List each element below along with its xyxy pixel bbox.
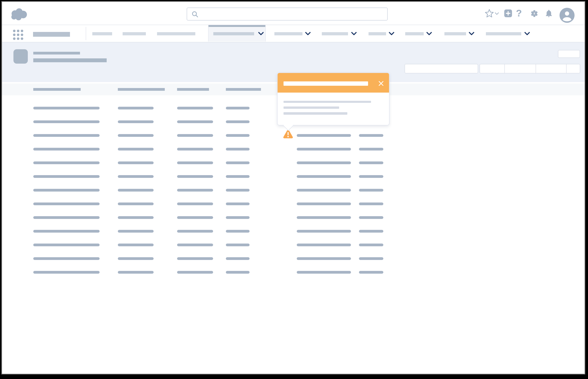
popover-text-placeholder <box>284 107 339 109</box>
cell-placeholder <box>33 203 100 205</box>
cell-placeholder <box>118 216 154 219</box>
cell-placeholder <box>177 216 213 219</box>
table-row[interactable] <box>23 129 397 142</box>
cell-placeholder <box>297 271 351 274</box>
cell-placeholder <box>297 216 351 219</box>
cell-placeholder <box>359 189 383 191</box>
cell-placeholder <box>226 189 250 191</box>
cell-placeholder <box>177 120 213 123</box>
table-row[interactable] <box>23 197 397 211</box>
cell-placeholder <box>33 175 100 178</box>
cell-placeholder <box>359 230 383 233</box>
cell-placeholder <box>297 134 351 137</box>
cell-placeholder <box>118 107 154 110</box>
cell-placeholder <box>297 175 351 178</box>
cell-placeholder <box>33 271 100 274</box>
table-row[interactable] <box>23 224 397 238</box>
cell-placeholder <box>297 230 351 233</box>
cell-placeholder <box>177 175 213 178</box>
table-body <box>1 1 585 374</box>
cell-placeholder <box>177 271 213 274</box>
cell-placeholder <box>226 134 250 137</box>
cell-placeholder <box>359 244 383 246</box>
table-row[interactable] <box>23 252 397 266</box>
table-row[interactable] <box>23 183 397 197</box>
cell-placeholder <box>226 107 250 110</box>
cell-placeholder <box>118 244 154 246</box>
cell-placeholder <box>359 216 383 219</box>
cell-placeholder <box>33 107 100 110</box>
cell-placeholder <box>177 257 213 260</box>
cell-placeholder <box>359 271 383 274</box>
cell-placeholder <box>118 161 154 164</box>
cell-placeholder <box>33 148 100 151</box>
cell-placeholder <box>297 244 351 246</box>
app-window: ? <box>1 1 585 374</box>
cell-placeholder <box>33 161 100 164</box>
cell-placeholder <box>118 203 154 205</box>
table-row[interactable] <box>23 266 397 279</box>
cell-placeholder <box>118 271 154 274</box>
cell-placeholder <box>226 216 250 219</box>
popover-text-placeholder <box>284 112 347 115</box>
cell-placeholder <box>33 230 100 233</box>
table-row[interactable] <box>23 170 397 183</box>
cell-placeholder <box>177 189 213 191</box>
cell-placeholder <box>297 257 351 260</box>
cell-placeholder <box>118 120 154 123</box>
cell-placeholder <box>118 134 154 137</box>
popover-text-placeholder <box>284 101 371 103</box>
cell-placeholder <box>226 257 250 260</box>
cell-placeholder <box>118 257 154 260</box>
popover-title-placeholder <box>284 81 368 86</box>
cell-placeholder <box>33 120 100 123</box>
cell-placeholder <box>359 161 383 164</box>
cell-placeholder <box>118 230 154 233</box>
cell-placeholder <box>359 148 383 151</box>
cell-placeholder <box>297 161 351 164</box>
cell-placeholder <box>33 244 100 246</box>
cell-placeholder <box>177 230 213 233</box>
cell-placeholder <box>297 148 351 151</box>
cell-placeholder <box>359 134 383 137</box>
cell-placeholder <box>226 161 250 164</box>
cell-placeholder <box>226 203 250 205</box>
table-row[interactable] <box>23 211 397 224</box>
cell-placeholder <box>359 203 383 205</box>
cell-placeholder <box>177 203 213 205</box>
cell-placeholder <box>226 148 250 151</box>
cell-placeholder <box>297 189 351 191</box>
cell-placeholder <box>177 134 213 137</box>
cell-placeholder <box>297 203 351 205</box>
cell-placeholder <box>118 175 154 178</box>
cell-placeholder <box>118 189 154 191</box>
cell-placeholder <box>177 244 213 246</box>
screenshot-frame: ? <box>0 0 588 379</box>
cell-placeholder <box>177 148 213 151</box>
cell-placeholder <box>226 244 250 246</box>
cell-placeholder <box>226 271 250 274</box>
cell-placeholder <box>226 120 250 123</box>
table-row[interactable] <box>23 238 397 252</box>
cell-placeholder <box>177 107 213 110</box>
cell-placeholder <box>177 161 213 164</box>
popover-header <box>278 73 389 93</box>
cell-placeholder <box>226 230 250 233</box>
table-row[interactable] <box>23 156 397 170</box>
close-icon[interactable] <box>378 80 384 86</box>
cell-placeholder <box>359 175 383 178</box>
table-row[interactable] <box>23 142 397 156</box>
cell-placeholder <box>33 257 100 260</box>
cell-placeholder <box>118 148 154 151</box>
warning-popover <box>277 73 390 126</box>
cell-placeholder <box>33 134 100 137</box>
cell-placeholder <box>33 216 100 219</box>
cell-placeholder <box>226 175 250 178</box>
cell-placeholder <box>33 189 100 191</box>
cell-placeholder <box>359 257 383 260</box>
